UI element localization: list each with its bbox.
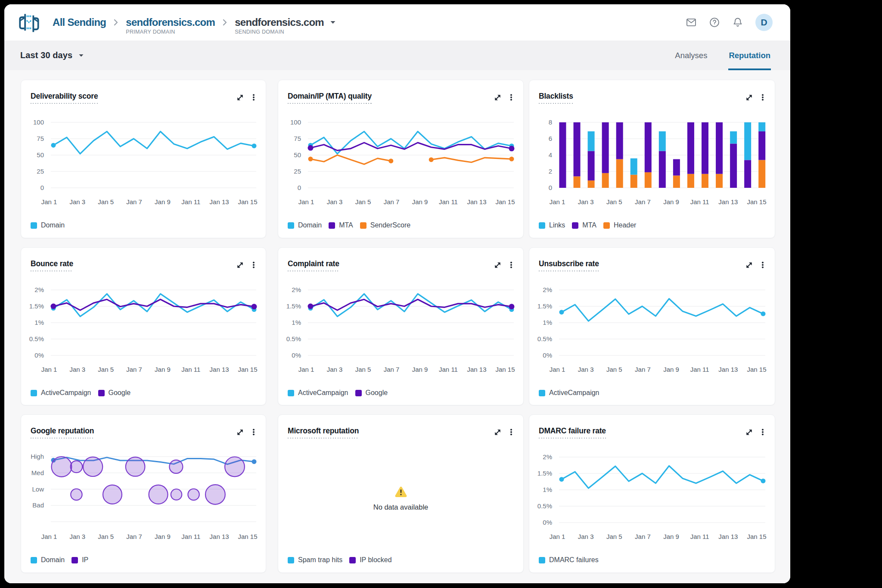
breadcrumb-primary-domain[interactable]: sendforensics.com PRIMARY DOMAIN	[126, 16, 215, 35]
chart-line: 2%1.5%1%0.5%0%Jan 1Jan 3Jan 5Jan 7Jan 9J…	[21, 248, 266, 405]
y-axis-label: 2%	[543, 286, 552, 293]
y-axis-label: Bad	[32, 501, 44, 509]
x-axis-label: Jan 13	[467, 198, 486, 205]
x-axis-label: Jan 9	[663, 198, 679, 205]
breadcrumb-label: All Sending	[53, 16, 106, 28]
x-axis-label: Jan 7	[635, 198, 651, 205]
tab-bar: Analyses Reputation	[674, 40, 771, 70]
legend-swatch	[572, 222, 578, 229]
x-axis-label: Jan 15	[238, 533, 257, 540]
x-axis-label: Jan 1	[298, 366, 314, 373]
legend-swatch	[31, 390, 37, 396]
bar-segment-links	[744, 122, 751, 160]
bar-segment-mta	[687, 122, 694, 174]
tab-label: Analyses	[675, 51, 707, 60]
x-axis-label: Jan 13	[718, 533, 738, 540]
breadcrumb-sending-domain[interactable]: sendforensics.com SENDING DOMAIN	[235, 16, 336, 35]
card-domain-ip-mta-quality: Domain/IP (MTA) quality1007550250Jan 1Ja…	[278, 80, 524, 238]
x-axis-label: Jan 7	[635, 366, 651, 373]
kebab-menu-icon[interactable]	[506, 427, 516, 437]
data-point-marker	[559, 477, 564, 482]
y-axis-label: 2	[549, 168, 552, 175]
breadcrumb-label: sendforensics.com	[235, 16, 324, 28]
expand-icon[interactable]	[493, 427, 502, 437]
x-axis-label: Jan 3	[578, 198, 594, 205]
legend-item: Header	[603, 221, 636, 229]
bar-segment-mta	[730, 143, 737, 188]
card-unsubscribe-rate: Unsubscribe rate2%1.5%1%0.5%0%Jan 1Jan 3…	[529, 247, 775, 405]
y-axis-label: 6	[549, 135, 552, 142]
x-axis-label: Jan 15	[747, 533, 766, 540]
card-dmarc-failure-rate: DMARC failure rate2%1.5%1%0.5%0%Jan 1Jan…	[529, 414, 775, 573]
date-range-selector[interactable]: Last 30 days	[20, 50, 84, 60]
x-axis-label: Jan 15	[238, 366, 257, 373]
legend-swatch	[539, 222, 545, 229]
bar-segment-links	[758, 122, 765, 131]
card-title: Microsoft reputation	[288, 426, 359, 436]
tab-reputation[interactable]: Reputation	[728, 40, 771, 70]
line-series-activecampaign	[562, 299, 763, 321]
legend-label: Domain	[41, 221, 65, 229]
x-axis-label: Jan 5	[355, 198, 371, 205]
line-series-domain	[53, 131, 254, 154]
bell-icon[interactable]	[732, 17, 743, 28]
reputation-bubble	[52, 457, 72, 477]
bar-segment-header	[716, 174, 723, 188]
x-axis-label: Jan 7	[126, 366, 142, 373]
x-axis-label: Jan 13	[467, 366, 486, 373]
legend-label: DMARC failures	[549, 556, 599, 564]
x-axis-label: Jan 11	[690, 366, 709, 373]
y-axis-label: 1%	[34, 319, 44, 326]
data-point-marker	[761, 311, 766, 316]
x-axis-label: Jan 5	[98, 366, 114, 373]
x-axis-label: Jan 3	[327, 366, 343, 373]
line-series-dmarc-failures	[562, 466, 763, 488]
x-axis-label: Jan 11	[181, 533, 200, 540]
chart-line: 1007550250Jan 1Jan 3Jan 5Jan 7Jan 9Jan 1…	[21, 80, 266, 238]
x-axis-label: Jan 9	[663, 533, 679, 540]
data-point-marker	[429, 157, 434, 162]
y-axis-label: 2%	[292, 286, 301, 293]
brand-logo-icon[interactable]	[18, 12, 40, 35]
breadcrumb-all-sending[interactable]: All Sending	[53, 16, 106, 29]
chart-stacked-bar: 86420Jan 1Jan 3Jan 5Jan 7Jan 9Jan 11Jan …	[529, 80, 775, 238]
icon-glyph	[709, 17, 720, 28]
data-point-marker	[252, 143, 257, 148]
bar-segment-mta	[574, 122, 581, 176]
x-axis-label: Jan 3	[327, 198, 343, 205]
legend-swatch	[329, 222, 335, 229]
help-icon[interactable]	[709, 17, 720, 28]
x-axis-label: Jan 3	[578, 366, 594, 373]
legend-label: IP blocked	[360, 556, 391, 564]
avatar[interactable]: D	[755, 14, 773, 31]
legend-swatch	[603, 222, 610, 229]
y-axis-label: 50	[294, 151, 301, 159]
x-axis-label: Jan 5	[606, 533, 622, 540]
bar-segment-header	[602, 173, 609, 188]
caret-down-icon[interactable]	[329, 20, 336, 25]
breadcrumb-sublabel: PRIMARY DOMAIN	[126, 29, 215, 35]
legend-label: Domain	[41, 556, 65, 564]
legend-item: Links	[539, 221, 565, 229]
y-axis-label: 0.5%	[29, 335, 44, 342]
chart-legend: ActiveCampaign	[539, 389, 599, 397]
bar-segment-header	[574, 176, 581, 188]
bar-segment-links	[730, 131, 737, 144]
y-axis-label: 1.5%	[286, 302, 301, 310]
chart-legend: LinksMTAHeader	[539, 221, 636, 229]
tab-analyses[interactable]: Analyses	[674, 40, 708, 70]
kebab-glyph	[507, 428, 516, 436]
data-point-marker	[388, 159, 393, 163]
bar-segment-mta	[744, 160, 751, 188]
y-axis-label: 1%	[292, 319, 301, 326]
x-axis-label: Jan 1	[550, 366, 565, 373]
mail-icon[interactable]	[686, 17, 697, 28]
y-axis-label: 0.5%	[286, 335, 301, 342]
bar-segment-mta	[559, 122, 566, 188]
bar-segment-mta	[602, 122, 609, 173]
y-axis-label: 1%	[543, 319, 552, 326]
legend-swatch	[31, 222, 37, 229]
data-point-marker	[51, 304, 56, 309]
legend-label: Header	[614, 221, 636, 229]
card-bounce-rate: Bounce rate2%1.5%1%0.5%0%Jan 1Jan 3Jan 5…	[21, 247, 266, 405]
